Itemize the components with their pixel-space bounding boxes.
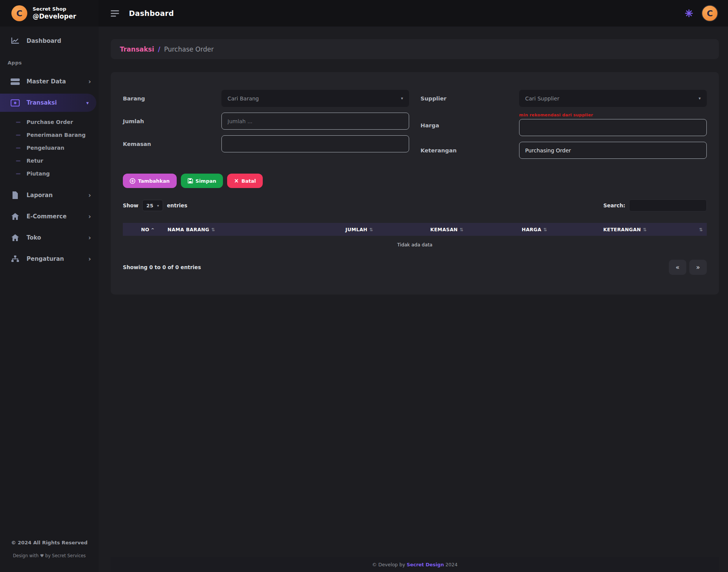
menu-toggle-icon[interactable] (111, 10, 119, 17)
brand-logo-icon: C (11, 5, 27, 21)
col-jumlah[interactable]: JUMLAH⇅ (315, 223, 403, 236)
chevron-right-icon: › (88, 213, 91, 220)
topbar-actions: C (685, 5, 728, 22)
caret-down-icon: ▾ (157, 204, 159, 208)
dash-icon (16, 173, 20, 174)
footer-brand-link[interactable]: Secret Design (407, 562, 444, 567)
chart-line-icon (11, 37, 20, 45)
supplier-select[interactable]: Cari Supplier ▾ (519, 90, 707, 107)
topbar: C Secret Shop @Developer Dashboard (0, 0, 728, 27)
sidebar-item-laporan[interactable]: Laporan › (0, 186, 99, 204)
sort-icon: ⇅ (460, 227, 463, 232)
col-harga[interactable]: HARGA⇅ (491, 223, 578, 236)
submenu-label: Piutang (27, 171, 50, 177)
page-footer: © Develop by Secret Design 2024 (111, 557, 719, 572)
brand-subtitle: @Developer (33, 13, 76, 20)
design-credit-text: Design with ♥ by Secret Services (0, 553, 99, 558)
submenu-item-piutang[interactable]: Piutang (0, 167, 99, 180)
sidebar-item-label: Master Data (27, 78, 66, 85)
submenu-label: Purchase Order (27, 119, 73, 125)
form-row-jumlah: Jumlah (123, 113, 409, 130)
chevron-right-icon: › (88, 191, 91, 199)
theme-flower-icon[interactable] (685, 9, 693, 17)
table-info-text: Showing 0 to 0 of 0 entries (123, 264, 201, 270)
sidebar-nav: Dashboard Apps Master Data › Trans (0, 32, 99, 529)
barang-select[interactable]: Cari Barang ▾ (221, 90, 409, 107)
sidebar-item-transaksi[interactable]: Transaksi ▾ (0, 94, 96, 112)
harga-hint-text: min rekomendasi dari supplier (519, 113, 707, 118)
jumlah-label: Jumlah (123, 118, 221, 124)
transaction-card-icon (11, 99, 20, 107)
dash-icon (16, 135, 20, 136)
empty-row: Tidak ada data (123, 236, 707, 253)
form-left-column: Barang Cari Barang ▾ Jumlah (123, 90, 409, 159)
breadcrumb-section[interactable]: Transaksi (120, 45, 154, 53)
tambahkan-button[interactable]: Tambahkan (123, 174, 177, 188)
home-icon (11, 213, 20, 220)
col-kemasan[interactable]: KEMASAN⇅ (403, 223, 491, 236)
copyright-text: © 2024 All Rights Reserved (0, 540, 99, 545)
form-actions: Tambahkan Simpan × Batal (123, 174, 707, 188)
app-root: C Secret Shop @Developer Dashboard (0, 0, 728, 572)
purchase-order-panel: Barang Cari Barang ▾ Jumlah (111, 72, 719, 295)
footer-year: 2024 (446, 562, 458, 567)
jumlah-input[interactable] (221, 113, 409, 130)
form-row-keterangan: Keterangan (420, 142, 707, 159)
brand: C Secret Shop @Developer (0, 0, 99, 27)
chevron-right-icon: › (88, 255, 91, 263)
sort-icon: ⇅ (643, 227, 646, 232)
col-no[interactable]: NO^ (123, 223, 164, 236)
pagination: « » (669, 260, 707, 275)
close-icon: × (234, 178, 239, 184)
next-page-button[interactable]: » (689, 260, 707, 275)
sidebar-item-pengaturan[interactable]: Pengaturan › (0, 250, 99, 268)
kemasan-input[interactable] (221, 135, 409, 152)
page-size-select[interactable]: 25 ▾ (142, 200, 163, 211)
barang-label: Barang (123, 96, 221, 102)
sidebar-item-toko[interactable]: Toko › (0, 229, 99, 247)
submenu-item-retur[interactable]: Retur (0, 154, 99, 167)
simpan-button[interactable]: Simpan (181, 174, 223, 188)
sidebar-item-label: Laporan (27, 192, 53, 199)
user-avatar[interactable]: C (701, 5, 718, 22)
harga-input[interactable] (519, 119, 707, 136)
sidebar-item-label: Toko (27, 234, 41, 241)
table-header-row: NO^ NAMA BARANG⇅ JUMLAH⇅ KEMASAN⇅ (123, 223, 707, 236)
chevron-down-icon: ▾ (86, 100, 89, 106)
sidebar-item-master-data[interactable]: Master Data › (0, 72, 99, 91)
list-bars-icon (11, 78, 20, 85)
form-right-column: Supplier Cari Supplier ▾ Harga (420, 90, 707, 159)
sidebar-item-label: E-Commerce (27, 213, 67, 220)
breadcrumb-page: Purchase Order (164, 45, 214, 53)
submenu-item-purchase-order[interactable]: Purchase Order (0, 116, 99, 129)
search-input[interactable] (629, 199, 707, 212)
submenu-item-penerimaan-barang[interactable]: Penerimaan Barang (0, 129, 99, 141)
sidebar-item-ecommerce[interactable]: E-Commerce › (0, 207, 99, 226)
submenu-item-pengeluaran[interactable]: Pengeluaran (0, 141, 99, 154)
keterangan-input[interactable] (519, 142, 707, 159)
batal-button[interactable]: × Batal (227, 174, 263, 188)
sidebar-section-apps: Apps (0, 50, 99, 72)
col-actions[interactable]: ⇅ (672, 223, 707, 236)
page-title: Dashboard (129, 9, 174, 17)
purchase-order-table: NO^ NAMA BARANG⇅ JUMLAH⇅ KEMASAN⇅ (123, 223, 707, 253)
sidebar-item-label: Dashboard (27, 38, 61, 44)
harga-label: Harga (420, 122, 439, 129)
col-nama-barang[interactable]: NAMA BARANG⇅ (164, 223, 315, 236)
sidebar: Dashboard Apps Master Data › Trans (0, 27, 99, 572)
search-area: Search: (603, 199, 707, 212)
table-footer: Showing 0 to 0 of 0 entries « » (123, 260, 707, 275)
brand-title: Secret Shop (33, 6, 76, 12)
dash-icon (16, 122, 20, 123)
supplier-label: Supplier (420, 96, 519, 102)
breadcrumb: Transaksi / Purchase Order (111, 39, 719, 59)
page-size-value: 25 (146, 203, 153, 208)
table-controls: Show 25 ▾ entries Search: (123, 199, 707, 212)
home-icon (11, 234, 20, 241)
brand-text: Secret Shop @Developer (33, 6, 76, 20)
prev-page-button[interactable]: « (669, 260, 686, 275)
sidebar-item-dashboard[interactable]: Dashboard (0, 32, 99, 50)
col-keterangan[interactable]: KETERANGAN⇅ (578, 223, 672, 236)
form-row-barang: Barang Cari Barang ▾ (123, 90, 409, 107)
batal-label: Batal (242, 178, 256, 184)
